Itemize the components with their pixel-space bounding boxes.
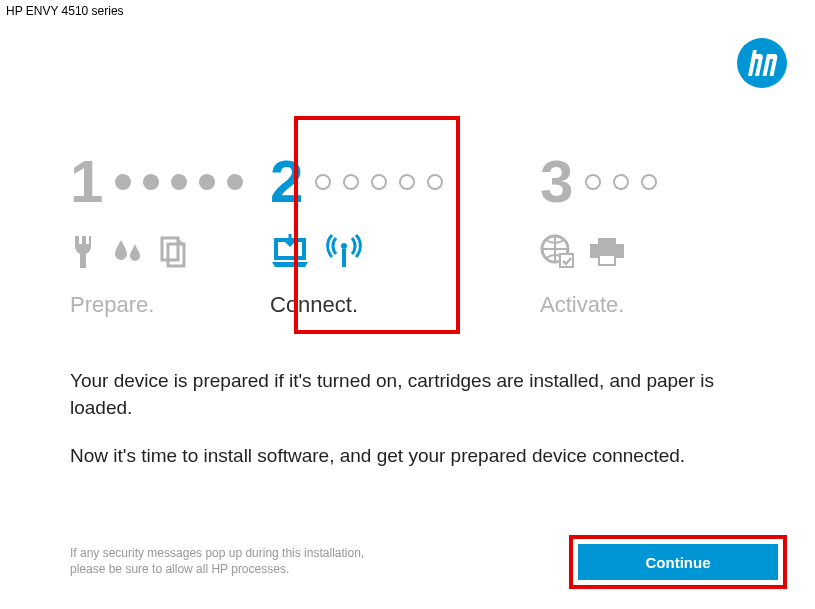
progress-dot bbox=[143, 174, 159, 190]
step-number-2: 2 bbox=[270, 152, 303, 212]
step-activate: 3 Activate. bbox=[540, 152, 740, 318]
laptop-download-icon bbox=[270, 234, 310, 272]
progress-dot bbox=[613, 174, 629, 190]
power-plug-icon bbox=[70, 234, 98, 272]
progress-dot bbox=[427, 174, 443, 190]
globe-check-icon bbox=[540, 234, 574, 272]
progress-dot bbox=[199, 174, 215, 190]
paper-copy-icon bbox=[158, 236, 190, 272]
svg-point-0 bbox=[737, 38, 787, 88]
step-label-connect: Connect. bbox=[270, 292, 540, 318]
security-note: If any security messages pop up during t… bbox=[70, 546, 390, 577]
continue-button[interactable]: Continue bbox=[578, 544, 778, 580]
progress-dot bbox=[227, 174, 243, 190]
body-line-2: Now it's time to install software, and g… bbox=[70, 443, 745, 470]
progress-dot bbox=[343, 174, 359, 190]
wireless-antenna-icon bbox=[324, 234, 364, 272]
progress-dot bbox=[399, 174, 415, 190]
hp-logo bbox=[737, 38, 787, 92]
progress-dot bbox=[115, 174, 131, 190]
step-connect: 2 Connect. bbox=[270, 152, 540, 318]
progress-dot bbox=[171, 174, 187, 190]
step-number-3: 3 bbox=[540, 152, 573, 212]
window-title: HP ENVY 4510 series bbox=[0, 0, 815, 22]
progress-dot bbox=[371, 174, 387, 190]
step-number-1: 1 bbox=[70, 152, 103, 212]
steps-progress: 1 Prepare. 2 bbox=[0, 152, 815, 318]
svg-rect-4 bbox=[600, 256, 614, 264]
printer-icon bbox=[588, 236, 626, 272]
step-label-activate: Activate. bbox=[540, 292, 740, 318]
body-text: Your device is prepared if it's turned o… bbox=[0, 368, 815, 470]
progress-dot bbox=[641, 174, 657, 190]
progress-dot bbox=[315, 174, 331, 190]
continue-highlight-annotation: Continue bbox=[569, 535, 787, 589]
step-label-prepare: Prepare. bbox=[70, 292, 270, 318]
step-prepare: 1 Prepare. bbox=[70, 152, 270, 318]
body-line-1: Your device is prepared if it's turned o… bbox=[70, 368, 745, 421]
ink-drops-icon bbox=[112, 236, 144, 272]
progress-dot bbox=[585, 174, 601, 190]
svg-point-1 bbox=[341, 243, 347, 249]
